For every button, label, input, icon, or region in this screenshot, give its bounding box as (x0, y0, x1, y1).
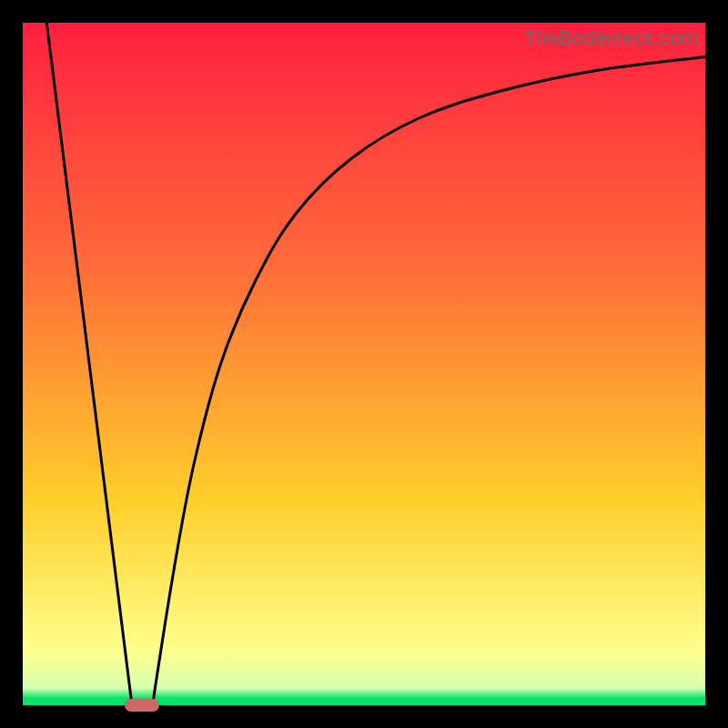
series-right-curve (153, 57, 706, 706)
chart-frame: TheBottleneck.com (0, 0, 728, 728)
plot-area: TheBottleneck.com (23, 23, 705, 705)
bottleneck-marker (125, 699, 159, 712)
chart-curves (23, 23, 705, 705)
series-left-line (46, 23, 132, 705)
